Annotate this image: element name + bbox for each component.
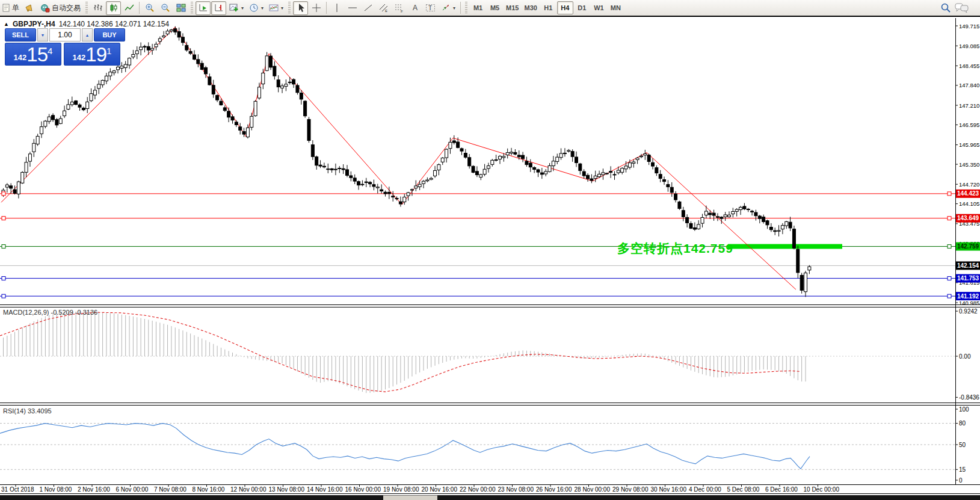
indicators-add-icon <box>229 3 239 13</box>
cursor-button[interactable] <box>293 1 308 15</box>
toolbar-drag-handle[interactable] <box>288 2 291 14</box>
timeframe-h1[interactable]: H1 <box>540 1 556 14</box>
text-button[interactable]: A <box>407 1 422 15</box>
svg-text:26 Nov 16:00: 26 Nov 16:00 <box>536 486 572 493</box>
timeframe-m30[interactable]: M30 <box>522 1 539 14</box>
text-label-icon: T <box>425 3 436 13</box>
caret-down-icon: ▾ <box>281 5 283 11</box>
buy-price-pip: 1 <box>106 46 111 55</box>
trendline-button[interactable] <box>360 1 375 15</box>
megaphone-button[interactable] <box>22 1 37 15</box>
toolbar-drag-handle[interactable] <box>191 2 193 14</box>
sell-button[interactable]: SELL <box>5 28 36 42</box>
svg-text:1 Nov 08:00: 1 Nov 08:00 <box>40 486 72 493</box>
toolbar-right <box>940 2 978 13</box>
volume-decrease-button[interactable]: ▼ <box>37 28 48 42</box>
equidistant-channel-button[interactable]: E <box>376 1 391 15</box>
vertical-line-icon <box>333 3 341 13</box>
svg-text:20 Nov 16:00: 20 Nov 16:00 <box>422 486 458 493</box>
timeframe-m5[interactable]: M5 <box>487 1 503 14</box>
volume-input[interactable]: 1.00 <box>49 28 81 42</box>
order-page-icon <box>2 4 10 12</box>
collapse-triangle-icon[interactable]: ▲ <box>4 21 9 27</box>
svg-text:141.192: 141.192 <box>957 293 979 300</box>
buy-button[interactable]: BUY <box>94 28 125 42</box>
svg-text:30 Nov 16:00: 30 Nov 16:00 <box>651 486 687 493</box>
toolbar-separator <box>460 2 461 14</box>
indicators-button[interactable]: ▾ <box>227 1 246 15</box>
svg-text:149.715: 149.715 <box>959 23 979 29</box>
auto-scroll-button[interactable] <box>196 1 211 15</box>
zoom-out-button[interactable] <box>158 1 173 15</box>
arrows-button[interactable]: ▾ <box>439 1 458 15</box>
svg-text:147.210: 147.210 <box>959 102 979 109</box>
scrollbar-track[interactable] <box>0 495 980 500</box>
svg-text:5 Dec 08:00: 5 Dec 08:00 <box>727 486 760 493</box>
new-order-button[interactable]: 单 <box>0 1 22 15</box>
crosshair-button[interactable] <box>309 1 324 15</box>
auto-trading-label: 自动交易 <box>52 3 81 13</box>
one-click-trading-panel: SELL ▼ 1.00 ▲ BUY 142154 142191 <box>5 28 125 66</box>
caret-down-icon: ▾ <box>241 5 244 11</box>
templates-icon <box>269 3 279 13</box>
svg-text:10 Dec 00:00: 10 Dec 00:00 <box>804 486 840 493</box>
svg-text:22 Nov 00:00: 22 Nov 00:00 <box>460 486 496 493</box>
timeframe-m1[interactable]: M1 <box>470 1 486 14</box>
search-icon[interactable] <box>940 2 951 13</box>
pivot-annotation-text[interactable]: 多空转折点142.759 <box>617 240 733 257</box>
zo om-in-button[interactable] <box>142 1 157 15</box>
bar-chart-button[interactable] <box>90 1 105 15</box>
mt4-window: 0.92420.00-0.8436 1008050150 149.715149.… <box>0 0 980 500</box>
auto-trading-button[interactable]: 自动交易 <box>38 1 83 15</box>
symbol-name: GBPJPY-,H4 <box>13 20 55 28</box>
toolbar-drag-handle[interactable] <box>465 2 467 14</box>
templates-button[interactable]: ▾ <box>267 1 286 15</box>
svg-text:15: 15 <box>959 466 966 473</box>
svg-text:29 Nov 08:00: 29 Nov 08:00 <box>612 486 649 493</box>
timeframe-toolbar: M1M5M15M30H1H4D1W1MN <box>470 1 624 14</box>
scrollbar-thumb[interactable] <box>383 496 437 500</box>
line-chart-icon <box>125 3 134 13</box>
periods-button[interactable]: ▾ <box>247 1 266 15</box>
timeframe-mn[interactable]: MN <box>608 1 624 14</box>
equidistant-channel-icon: E <box>379 3 389 13</box>
horizontal-scrollbar[interactable] <box>0 495 980 500</box>
svg-text:A: A <box>413 4 418 12</box>
tile-windows-button[interactable] <box>173 1 188 15</box>
buy-price-quote[interactable]: 142191 <box>64 43 120 66</box>
toolbar: 单 自动交易 <box>0 0 980 17</box>
svg-text:149.085: 149.085 <box>959 43 979 49</box>
svg-text:13 Nov 08:00: 13 Nov 08:00 <box>269 486 305 493</box>
timeframe-m15[interactable]: M15 <box>504 1 521 14</box>
timeframe-h4[interactable]: H4 <box>557 1 573 14</box>
fibonacci-icon: F <box>395 3 404 13</box>
pivot-highlight-bar[interactable] <box>728 244 842 249</box>
chart-shift-button[interactable] <box>211 1 226 15</box>
svg-text:8 Nov 16:00: 8 Nov 16:00 <box>193 486 225 493</box>
fibonacci-button[interactable]: F <box>392 1 407 15</box>
candlestick-chart-button[interactable] <box>106 1 121 15</box>
svg-text:0.9242: 0.9242 <box>959 308 978 315</box>
clock-icon <box>249 3 259 13</box>
sell-price-quote[interactable]: 142154 <box>5 43 61 66</box>
svg-text:145.350: 145.350 <box>959 161 979 168</box>
buy-price-big: 19 <box>85 46 106 64</box>
line-chart-button[interactable] <box>122 1 137 15</box>
timeframe-w1[interactable]: W1 <box>591 1 607 14</box>
timeframe-d1[interactable]: D1 <box>574 1 590 14</box>
svg-text:6 Dec 16:00: 6 Dec 16:00 <box>765 486 798 493</box>
chat-icon[interactable] <box>955 2 969 13</box>
volume-increase-button[interactable]: ▲ <box>82 28 93 42</box>
rsi-indicator: 1008050150 <box>0 406 969 484</box>
horizontal-line-button[interactable] <box>345 1 360 15</box>
svg-text:14 Nov 16:00: 14 Nov 16:00 <box>307 486 343 493</box>
bar-chart-icon <box>93 3 103 13</box>
svg-text:0.00: 0.00 <box>959 353 971 360</box>
cursor-icon <box>296 3 306 13</box>
ohlc-values: 142.140 142.386 142.071 142.154 <box>59 20 170 28</box>
svg-text:2 Nov 16:00: 2 Nov 16:00 <box>78 486 110 493</box>
vertical-line-button[interactable] <box>329 1 344 15</box>
svg-text:4 Dec 00:00: 4 Dec 00:00 <box>689 486 721 493</box>
text-label-button[interactable]: T <box>423 1 438 15</box>
toolbar-drag-handle[interactable] <box>85 2 88 14</box>
